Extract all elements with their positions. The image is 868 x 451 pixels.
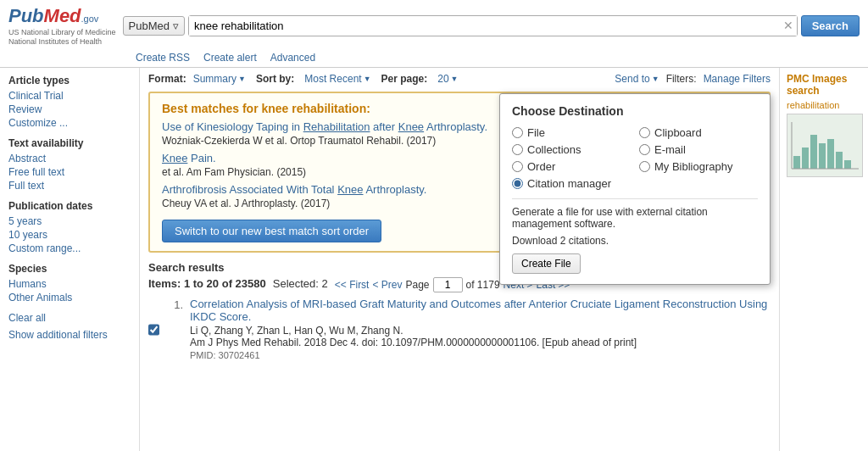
header-links: Create RSS Create alert Advanced	[8, 50, 860, 67]
radio-bibliography[interactable]	[639, 161, 650, 172]
logo-subtitle: US National Library of Medicine National…	[8, 28, 116, 47]
search-input-wrap: ✕	[188, 15, 798, 36]
sidebar: Article types Clinical Trial Review Cust…	[0, 68, 140, 451]
option-email[interactable]: E-mail	[639, 143, 758, 156]
format-select[interactable]: Summary ▼	[193, 73, 246, 85]
result-title-1[interactable]: Correlation Analysis of MRI-based Graft …	[190, 298, 767, 323]
content: Format: Summary ▼ Sort by: Most Recent ▼…	[140, 68, 779, 451]
option-order[interactable]: Order	[512, 160, 631, 173]
pmc-title: PMC Images search	[787, 73, 861, 97]
per-page-label: Per page:	[381, 73, 428, 85]
first-page-link[interactable]: << First	[335, 279, 370, 291]
result-body-1: Correlation Analysis of MRI-based Graft …	[190, 298, 771, 360]
sidebar-item-10years[interactable]: 10 years	[8, 229, 131, 241]
search-results-label: Search results	[148, 261, 225, 274]
svg-rect-0	[793, 156, 800, 169]
pmc-subtitle: rehabilitation	[787, 100, 861, 110]
sidebar-item-custom-range[interactable]: Custom range...	[8, 242, 131, 254]
radio-email[interactable]	[639, 144, 650, 155]
sort-label: Sort by:	[256, 73, 294, 85]
sidebar-item-customize[interactable]: Customize ...	[8, 117, 131, 129]
logo-pub: Pub	[8, 5, 44, 27]
clear-icon[interactable]: ✕	[783, 19, 793, 32]
pmc-image	[787, 114, 863, 177]
text-availability-heading: Text availability	[8, 137, 131, 149]
dropdown-title: Choose Destination	[512, 104, 758, 118]
radio-citation-manager[interactable]	[512, 178, 523, 189]
items-count: Items: 1 to 20 of 23580	[148, 277, 266, 290]
option-file[interactable]: File	[512, 126, 631, 139]
chevron-down-icon: ▿	[173, 19, 179, 32]
toolbar: Format: Summary ▼ Sort by: Most Recent ▼…	[148, 73, 771, 85]
search-input[interactable]	[189, 16, 797, 36]
search-box: PubMed ▿ ✕ Search	[123, 15, 860, 36]
radio-clipboard[interactable]	[639, 127, 650, 138]
dropdown-divider	[512, 198, 758, 199]
show-filters-link[interactable]: Show additional filters	[8, 329, 131, 341]
option-collections[interactable]: Collections	[512, 143, 631, 156]
page-total: of 1179	[466, 279, 500, 291]
radio-collections[interactable]	[512, 144, 523, 155]
species-heading: Species	[8, 263, 131, 275]
option-clipboard[interactable]: Clipboard	[639, 126, 758, 139]
format-label: Format:	[148, 73, 186, 85]
svg-rect-4	[827, 139, 834, 169]
prev-page-link[interactable]: < Prev	[372, 279, 402, 291]
dropdown-description: Generate a file for use with external ci…	[512, 206, 758, 230]
header: PubMed.gov US National Library of Medici…	[0, 0, 868, 68]
radio-order[interactable]	[512, 161, 523, 172]
radio-file[interactable]	[512, 127, 523, 138]
filters-label: Filters:	[666, 73, 697, 85]
create-rss-link[interactable]: Create RSS	[136, 52, 190, 64]
result-authors-1: Li Q, Zhang Y, Zhan L, Han Q, Wu M, Zhan…	[190, 325, 771, 337]
result-journal-1: Am J Phys Med Rehabil. 2018 Dec 4. doi: …	[190, 337, 771, 348]
logo-med: Med	[44, 5, 81, 27]
send-to-dropdown: Choose Destination File Collections Orde…	[499, 93, 771, 285]
result-num-1: 1.	[166, 298, 183, 360]
manage-filters-link[interactable]: Manage Filters	[704, 73, 771, 85]
format-caret: ▼	[238, 75, 246, 83]
create-alert-link[interactable]: Create alert	[203, 52, 257, 64]
create-file-button[interactable]: Create File	[512, 253, 581, 274]
per-page-select[interactable]: 20 ▼	[437, 73, 458, 85]
advanced-link[interactable]: Advanced	[270, 52, 315, 64]
page-input[interactable]	[433, 277, 463, 292]
selected-count: Selected: 2	[273, 277, 328, 290]
send-to-caret: ▼	[652, 75, 659, 83]
sort-caret: ▼	[364, 75, 371, 83]
svg-rect-5	[836, 152, 843, 169]
search-button[interactable]: Search	[801, 15, 860, 36]
svg-rect-6	[844, 160, 851, 169]
db-select[interactable]: PubMed ▿	[123, 16, 185, 36]
results-info: Search results	[148, 261, 225, 274]
download-info: Download 2 citations.	[512, 235, 758, 247]
dropdown-col-left: File Collections Order Citation manager	[512, 126, 631, 190]
option-citation-manager[interactable]: Citation manager	[512, 177, 631, 190]
sidebar-item-other-animals[interactable]: Other Animals	[8, 292, 131, 303]
publication-dates-heading: Publication dates	[8, 200, 131, 212]
article-types-heading: Article types	[8, 75, 131, 86]
logo-gov: .gov	[81, 14, 99, 24]
sidebar-item-full-text[interactable]: Full text	[8, 180, 131, 192]
dropdown-options: File Collections Order Citation manager …	[512, 126, 758, 190]
sort-select[interactable]: Most Recent ▼	[304, 73, 370, 85]
sidebar-item-abstract[interactable]: Abstract	[8, 153, 131, 164]
sidebar-item-clinical-trial[interactable]: Clinical Trial	[8, 90, 131, 102]
svg-rect-3	[819, 143, 826, 169]
switch-sort-button[interactable]: Switch to our new best match sort order	[162, 220, 381, 242]
send-to-button[interactable]: Send to ▼	[615, 73, 659, 85]
svg-rect-1	[802, 148, 809, 169]
logo: PubMed.gov US National Library of Medici…	[8, 5, 116, 47]
result-checkbox-1[interactable]	[148, 299, 159, 360]
sidebar-item-review[interactable]: Review	[8, 103, 131, 115]
option-bibliography[interactable]: My Bibliography	[639, 160, 758, 173]
sidebar-item-5years[interactable]: 5 years	[8, 215, 131, 227]
sidebar-item-free-full-text[interactable]: Free full text	[8, 166, 131, 178]
sidebar-item-humans[interactable]: Humans	[8, 278, 131, 290]
main-layout: Article types Clinical Trial Review Cust…	[0, 68, 868, 451]
clear-all-link[interactable]: Clear all	[8, 312, 131, 324]
pmc-sidebar: PMC Images search rehabilitation	[779, 68, 868, 451]
result-item-1: 1. Correlation Analysis of MRI-based Gra…	[148, 298, 771, 360]
page-label: Page	[405, 279, 429, 291]
header-top: PubMed.gov US National Library of Medici…	[8, 5, 860, 47]
